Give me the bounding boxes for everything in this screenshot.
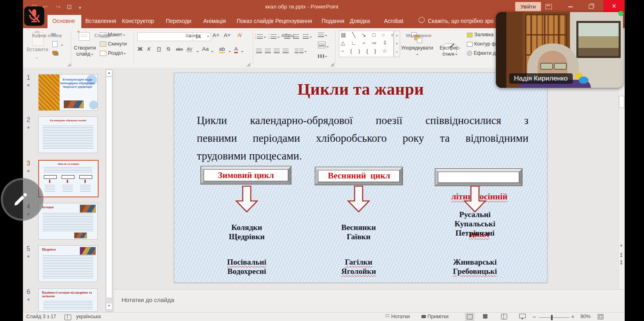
sign-in-button[interactable]: Увійти [515,2,541,11]
highlight-dropdown[interactable] [228,48,231,55]
align-text-button[interactable] [318,41,329,50]
tab-help[interactable]: Довідка [350,18,370,24]
previous-slide-button[interactable]: ▲▲ [619,252,624,257]
shape-fill-button[interactable]: Заливка [467,32,493,37]
comments-toggle[interactable]: Примітки [421,314,448,319]
fit-to-window-icon[interactable] [598,314,603,319]
tab-design[interactable]: Конструктор [122,18,154,24]
font-color-dropdown[interactable] [240,48,244,55]
justify-button[interactable] [283,48,289,55]
view-slideshow-button[interactable] [519,314,526,318]
thumbnail-scroll-down-icon[interactable]: ▼ [106,303,112,310]
slide-title[interactable]: Цикли та жанри [174,79,547,99]
summer-genres-bottom[interactable]: Жниварські Гребовицькі [441,257,509,276]
zoom-level[interactable]: 90% [580,314,590,319]
restore-button[interactable] [589,4,593,9]
language-indicator[interactable]: українська [76,314,101,319]
redo-icon[interactable]: ↪ [56,3,61,10]
spring-genres-bottom[interactable]: Гагілки Яголойки [324,257,393,276]
tab-transitions[interactable]: Переходи [166,18,191,24]
notes-placeholder[interactable]: Нотатки до слайда [122,296,174,303]
notes-toggle[interactable]: Нотатки [385,314,410,319]
char-spacing-button[interactable]: AV [187,47,192,52]
align-right-button[interactable] [274,48,280,55]
bold-button[interactable]: Ж [138,46,142,52]
view-reading-button[interactable] [501,314,507,319]
slide-body-text[interactable]: Цикли календарно-обрядової поезії співві… [197,112,528,165]
scroll-down-icon[interactable]: ▼ [619,243,624,248]
align-center-button[interactable] [265,48,271,55]
tab-view[interactable]: Подання [322,18,345,24]
tab-home[interactable]: Основне [52,18,75,24]
paragraph-dialog-launcher[interactable] [330,62,334,66]
section-button[interactable]: Розділ [100,50,126,56]
tell-me-search[interactable]: Скажіть, що потрібно зро [428,18,493,24]
paste-label[interactable]: Вставити [25,47,50,53]
view-slide-sorter-button[interactable] [483,314,487,319]
underline-button[interactable]: П [157,46,161,52]
arrange-button[interactable]: Упорядкувати [397,45,437,57]
font-dialog-launcher[interactable] [246,62,250,66]
webcam-overlay[interactable]: Надія Кириленко [496,12,623,88]
reset-button[interactable]: Скинути [100,41,127,47]
format-painter-icon[interactable] [52,51,57,54]
shape-effects-button[interactable]: Ефекти д [467,50,496,56]
highlight-color-button[interactable]: ab [219,46,225,53]
zoom-slider-handle[interactable] [551,315,553,320]
font-color-button[interactable]: А [234,46,238,53]
tab-animations[interactable]: Анімація [203,18,226,24]
winter-genres-top[interactable]: Колядки Щедрівки [213,223,281,241]
italic-button[interactable]: К [147,46,151,52]
change-case-dropdown[interactable] [210,48,213,55]
slide-canvas[interactable]: Цикли та жанри Цикли календарно-обрядово… [174,72,547,283]
shrink-font-icon[interactable]: A˅ [224,32,231,38]
winter-genres-bottom[interactable]: Посівальні Водохресні [213,257,281,276]
thumbnail-scrollbar-thumb[interactable] [106,77,112,298]
ribbon-display-options-icon[interactable] [545,4,552,9]
text-direction-button[interactable] [318,31,327,39]
shapes-gallery[interactable]: ▤ ╲ ↘ □ ○ ▭ △ ∟ ⌐ ⇨ ⇩ ▱ ~ ( ) { } ☆ [339,31,394,57]
zoom-in-button[interactable]: + [571,313,574,320]
char-spacing-dropdown[interactable] [196,48,199,55]
thumbnail-slide-3-selected[interactable]: Цикли та жанри [38,160,99,197]
slide-scrollbar-thumb[interactable] [619,96,624,108]
notes-pane[interactable]: Нотатки до слайда [114,289,625,313]
view-normal-button[interactable] [465,313,475,321]
thumbnail-slide-2[interactable]: Календарно-обрядова поезія [38,116,98,153]
tab-slideshow[interactable]: Показ слайдів [237,18,274,24]
strikethrough-button[interactable]: S [167,46,170,52]
tab-review[interactable]: Рецензування [275,18,312,24]
shape-outline-button[interactable]: Контур ф [467,41,496,47]
new-slide-label[interactable]: Створити слайд [72,45,98,57]
copy-dropdown[interactable] [60,41,63,48]
quick-styles-button[interactable]: Експрес- стилі [437,45,463,57]
summer-genres-top[interactable]: Русальні Купальські Петрівчані [441,210,509,238]
minimize-button[interactable] [568,6,573,7]
bullets-button[interactable] [257,33,266,40]
paste-dropdown[interactable] [35,54,38,61]
tab-insert[interactable]: Вставлення [85,18,116,24]
slideshow-from-start-icon[interactable]: ⊡ [67,3,72,10]
thumbnail-slide-5[interactable]: Щедрівки [38,245,98,282]
microphone-muted-button[interactable] [24,6,44,26]
align-left-button[interactable] [256,48,262,55]
thumbnail-slide-6[interactable]: Відмінності колядок від щедрівок та засі… [38,288,98,312]
thumbnail-scroll-up-icon[interactable]: ▲ [106,70,112,77]
spring-genres-top[interactable]: Веснянки Гаївки [324,223,393,241]
zoom-out-button[interactable]: − [533,313,536,320]
small-caps-icon[interactable]: abc [176,47,183,52]
thumbnail-slide-1[interactable]: Етнокультурні коди календарно-обрядової … [38,74,98,111]
annotation-pencil-tool[interactable] [1,178,43,221]
columns-button[interactable] [295,48,307,55]
copy-icon[interactable] [52,41,58,47]
panel-divider[interactable] [114,68,114,312]
clear-format-icon[interactable]: A̸ [237,32,241,38]
thumbnail-slide-4[interactable]: Колядки [38,203,98,240]
zoom-slider-track[interactable] [539,317,570,318]
qat-customize-icon[interactable]: ▾ [79,4,81,11]
spellcheck-icon[interactable] [64,315,71,320]
tab-acrobat[interactable]: Acrobat [384,18,403,24]
next-slide-button[interactable]: ▼▼ [619,260,624,265]
change-case-button[interactable]: Aa [202,46,209,52]
smartart-convert-button[interactable] [318,52,327,60]
